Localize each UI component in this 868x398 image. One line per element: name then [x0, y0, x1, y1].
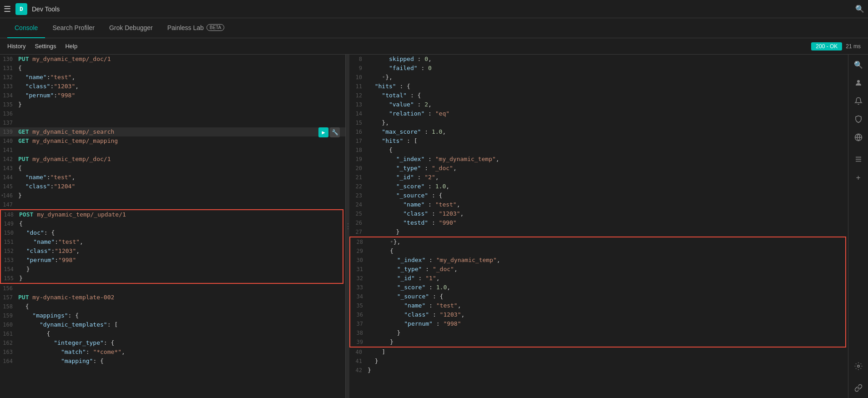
svg-point-0	[857, 80, 860, 83]
right-code-line-40: 40 ]	[349, 348, 848, 357]
code-line-162: 162 "integer_type": {	[0, 338, 345, 348]
line-actions-139: ▶ 🔧	[318, 127, 340, 137]
right-code-line-34: 34 "_source" : {	[350, 292, 845, 301]
wrench-button-139[interactable]: 🔧	[330, 127, 340, 137]
code-line-139[interactable]: 139 GET my_dynamic_temp/_search ▶ 🔧	[0, 127, 345, 136]
run-button-139[interactable]: ▶	[318, 127, 328, 137]
tab-search-profiler[interactable]: Search Profiler	[45, 18, 102, 38]
code-line-134: 134 "pernum":"998"	[0, 91, 345, 100]
search-side-icon[interactable]: 🔍	[852, 58, 865, 71]
sub-toolbar: History Settings Help 200 - OK 21 ms	[0, 38, 868, 55]
code-line-132: 132 "name":"test",	[0, 73, 345, 82]
code-line-148: 148 POST my_dynamic_temp/_update/1	[1, 210, 343, 219]
right-code-line-18: 18 {	[349, 146, 848, 155]
right-code-line-29: 29 {	[350, 247, 845, 256]
tab-grok-debugger[interactable]: Grok Debugger	[102, 18, 160, 38]
code-line-155: 155 }	[1, 274, 343, 283]
code-line-130: 130 PUT my_dynamic_temp/_doc/1	[0, 55, 345, 64]
settings-button[interactable]: Settings	[35, 43, 56, 50]
globe-side-icon[interactable]	[852, 131, 865, 144]
hamburger-icon[interactable]: ☰	[4, 4, 11, 14]
right-code-line-16: 16 "max_score" : 1.0,	[349, 127, 848, 136]
right-code-line-9: 9 "failed" : 0	[349, 64, 848, 73]
right-code-line-8: 8 skipped : 0,	[349, 55, 848, 64]
right-code-line-23: 23 "_source" : {	[349, 191, 848, 200]
right-code-line-41: 41 }	[349, 357, 848, 366]
status-badge: 200 - OK	[811, 42, 842, 50]
code-line-158: 158 {	[0, 302, 345, 311]
tab-bar: Console Search Profiler Grok Debugger Pa…	[0, 18, 868, 38]
top-bar-right: 🔍	[855, 5, 864, 13]
right-code-line-31: 31 "_type" : "_doc",	[350, 265, 845, 274]
code-line-142: 142 PUT my_dynamic_temp/_doc/1	[0, 155, 345, 164]
code-line-133: 133 "class":"1203",	[0, 82, 345, 91]
code-line-160: 160 "dynamic_templates": [	[0, 320, 345, 329]
code-line-156: 156	[0, 284, 345, 293]
right-code-line-42: 42 }	[349, 366, 848, 375]
right-code-line-39: 39 }	[350, 338, 845, 347]
code-line-140: 140 GET my_dynamic_temp/_mapping	[0, 136, 345, 146]
right-code-line-28: 28 •},	[350, 237, 845, 247]
right-code-line-21: 21 "_id" : "2",	[349, 173, 848, 182]
right-code-area: 8 skipped : 0, 9 "failed" : 0 10 •}, 11 …	[349, 55, 848, 375]
right-code-line-14: 14 "relation" : "eq"	[349, 109, 848, 118]
right-code-line-22: 22 "_score" : 1.0,	[349, 182, 848, 191]
code-line-159: 159 "mappings": {	[0, 311, 345, 320]
shield-side-icon[interactable]	[852, 113, 865, 126]
code-line-145: 145 "class":"1204"	[0, 182, 345, 191]
user-side-icon[interactable]	[852, 76, 865, 89]
right-code-line-17: 17 "hits" : [	[349, 136, 848, 146]
help-button[interactable]: Help	[65, 43, 77, 50]
code-line-164: 164 "mapping": {	[0, 357, 345, 366]
app-title: Dev Tools	[32, 5, 60, 13]
top-bar: ☰ D Dev Tools 🔍	[0, 0, 868, 18]
right-code-line-25: 25 "class" : "1203",	[349, 209, 848, 218]
left-red-box: 148 POST my_dynamic_temp/_update/1 149 {…	[0, 209, 343, 284]
right-code-line-27: 27 }	[349, 227, 848, 237]
bell-side-icon[interactable]	[852, 95, 865, 107]
right-code-line-12: 12 "total" : {	[349, 91, 848, 100]
tab-painless-lab[interactable]: Painless Lab BETA	[160, 18, 232, 38]
panel-divider[interactable]: ⋮	[346, 55, 349, 398]
right-code-line-37: 37 "pernum" : "998"	[350, 319, 845, 328]
left-code-area: 130 PUT my_dynamic_temp/_doc/1 131 { 132…	[0, 55, 345, 366]
code-line-154: 154 }	[1, 265, 343, 274]
right-code-line-33: 33 "_score" : 1.0,	[350, 283, 845, 292]
left-panel[interactable]: 130 PUT my_dynamic_temp/_doc/1 131 { 132…	[0, 55, 346, 398]
tab-console[interactable]: Console	[7, 18, 45, 38]
side-icons-panel: 🔍 +	[848, 55, 868, 398]
right-code-line-35: 35 "name" : "test",	[350, 301, 845, 310]
code-line-137: 137	[0, 118, 345, 127]
code-line-153: 153 "pernum":"998"	[1, 256, 343, 265]
right-red-box: 28 •}, 29 { 30 "_index" : "my_dynamic_te…	[349, 237, 846, 348]
code-line-157: 157 PUT my-dynamic-template-002	[0, 293, 345, 302]
gear-side-icon[interactable]	[852, 360, 865, 373]
response-time: 21 ms	[846, 43, 861, 50]
code-line-135: 135 }	[0, 100, 345, 109]
svg-point-2	[857, 365, 859, 368]
code-line-131: 131 {	[0, 64, 345, 73]
search-icon[interactable]: 🔍	[855, 5, 864, 13]
code-line-163: 163 "match": "*come*",	[0, 348, 345, 357]
right-code-line-38: 38 }	[350, 328, 845, 338]
link-side-icon[interactable]	[852, 382, 865, 394]
code-line-149: 149 {	[1, 219, 343, 228]
right-code-line-10: 10 •},	[349, 73, 848, 82]
history-button[interactable]: History	[7, 43, 25, 50]
right-code-line-24: 24 "name" : "test",	[349, 200, 848, 209]
code-line-146: 146 • }	[0, 191, 345, 200]
code-line-147: 147	[0, 200, 345, 209]
code-line-161: 161 {	[0, 329, 345, 338]
code-line-143: 143 {	[0, 164, 345, 173]
code-line-141: 141	[0, 146, 345, 155]
right-code-line-30: 30 "_index" : "my_dynamic_temp",	[350, 256, 845, 265]
right-panel[interactable]: 8 skipped : 0, 9 "failed" : 0 10 •}, 11 …	[349, 55, 848, 398]
puzzle-side-icon[interactable]	[852, 153, 865, 166]
main-content: 130 PUT my_dynamic_temp/_doc/1 131 { 132…	[0, 55, 868, 398]
plus-side-icon[interactable]: +	[852, 171, 865, 184]
right-code-line-15: 15 },	[349, 118, 848, 127]
code-line-151: 151 "name":"test",	[1, 237, 343, 247]
code-line-150: 150 "doc": {	[1, 228, 343, 237]
beta-badge: BETA	[207, 24, 224, 31]
right-code-line-20: 20 "_type" : "_doc",	[349, 164, 848, 173]
